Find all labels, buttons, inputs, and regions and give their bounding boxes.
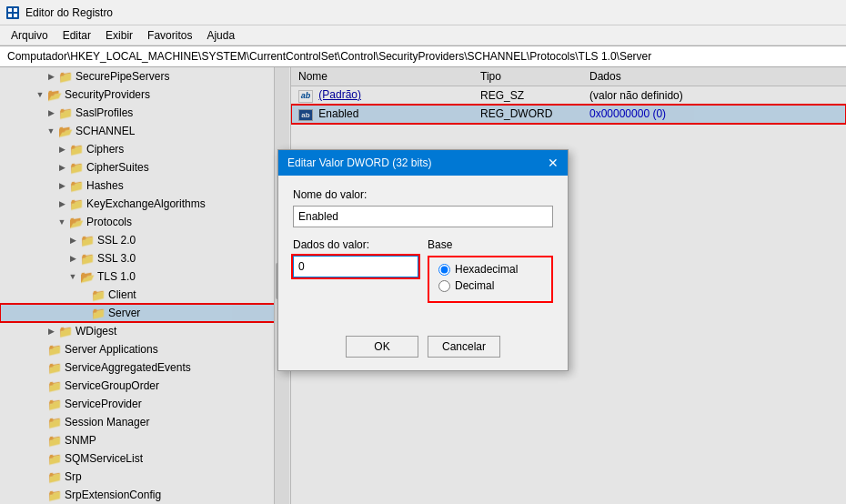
close-icon[interactable]: ✕ xyxy=(548,156,559,170)
title-bar: Editor do Registro xyxy=(0,0,846,25)
svg-rect-2 xyxy=(14,8,17,12)
address-bar[interactable]: Computador\HKEY_LOCAL_MACHINE\SYSTEM\Cur… xyxy=(0,45,846,67)
field-name-label: Nome do valor: xyxy=(293,188,553,201)
base-section: Base Hexadecimal Decimal xyxy=(428,238,553,303)
address-path: Computador\HKEY_LOCAL_MACHINE\SYSTEM\Cur… xyxy=(7,50,651,63)
window-title: Editor do Registro xyxy=(25,6,113,19)
ok-button[interactable]: OK xyxy=(346,336,418,358)
dialog-body: Nome do valor: Dados do valor: Base Hexa… xyxy=(278,176,568,328)
dialog-buttons: OK Cancelar xyxy=(278,328,568,370)
dialog-title-text: Editar Valor DWORD (32 bits) xyxy=(287,156,431,169)
radio-dec-label[interactable]: Decimal xyxy=(455,279,494,292)
menu-bar: Arquivo Editar Exibir Favoritos Ajuda xyxy=(0,25,846,45)
modal-overlay: Editar Valor DWORD (32 bits) ✕ Nome do v… xyxy=(0,67,846,504)
radio-hexadecimal[interactable] xyxy=(438,264,450,276)
svg-rect-4 xyxy=(14,14,17,17)
menu-arquivo[interactable]: Arquivo xyxy=(4,27,55,44)
radio-hex-label[interactable]: Hexadecimal xyxy=(455,263,518,276)
menu-favoritos[interactable]: Favoritos xyxy=(140,27,199,44)
base-label: Base xyxy=(428,238,553,251)
cancel-button[interactable]: Cancelar xyxy=(428,336,500,358)
radio-dec-row[interactable]: Decimal xyxy=(438,279,542,292)
field-name-input[interactable] xyxy=(293,206,553,227)
app-icon xyxy=(5,5,20,20)
svg-rect-1 xyxy=(8,8,12,12)
menu-ajuda[interactable]: Ajuda xyxy=(199,27,242,44)
menu-editar[interactable]: Editar xyxy=(55,27,98,44)
radio-hex-row[interactable]: Hexadecimal xyxy=(438,263,542,276)
svg-rect-3 xyxy=(8,14,12,17)
field-data-input[interactable] xyxy=(293,256,418,277)
radio-decimal[interactable] xyxy=(438,280,450,292)
dialog-data-row: Dados do valor: Base Hexadecimal Decimal xyxy=(293,238,553,303)
base-options-box: Hexadecimal Decimal xyxy=(428,256,553,303)
dialog-title-bar: Editar Valor DWORD (32 bits) ✕ xyxy=(278,150,568,176)
menu-exibir[interactable]: Exibir xyxy=(98,27,140,44)
field-data-label: Dados do valor: xyxy=(293,238,418,251)
dialog-dword-edit: Editar Valor DWORD (32 bits) ✕ Nome do v… xyxy=(277,149,569,371)
value-section: Dados do valor: xyxy=(293,238,418,303)
